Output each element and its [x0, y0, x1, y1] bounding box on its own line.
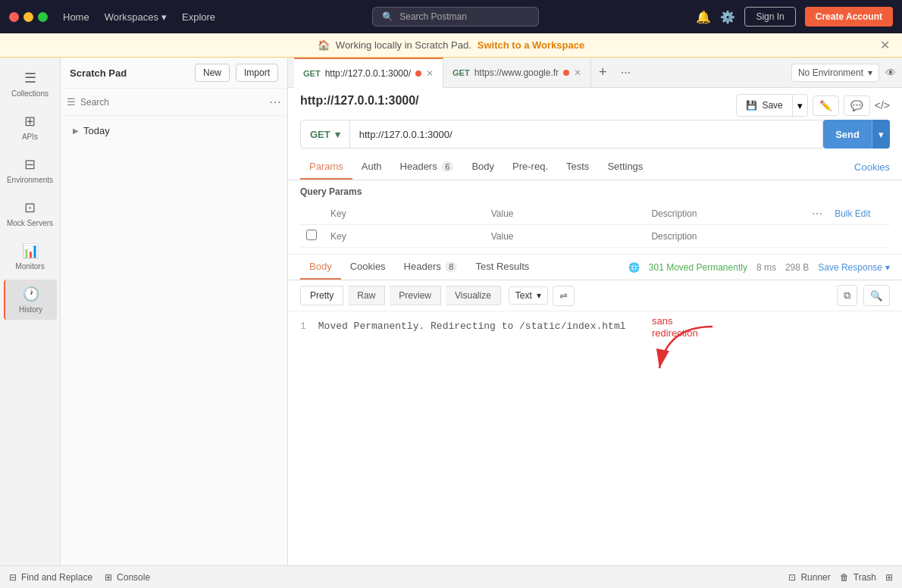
banner-close-icon[interactable]: ✕ [880, 38, 890, 52]
sidebar-item-apis[interactable]: ⊞ APIs [4, 107, 57, 147]
desc-header: Description [645, 203, 806, 225]
copy-response-button[interactable]: ⧉ [837, 285, 857, 306]
tab-body[interactable]: Body [462, 155, 503, 180]
bulk-edit-button[interactable]: Bulk Edit [835, 208, 870, 219]
console-button[interactable]: ⊞ Console [105, 572, 150, 583]
today-label: Today [83, 125, 110, 136]
desc-input[interactable] [651, 231, 800, 242]
sidebar: ☰ Collections ⊞ APIs ⊟ Environments ⊡ Mo… [0, 58, 61, 565]
key-input[interactable] [330, 231, 479, 242]
edit-icon-button[interactable]: ✏️ [813, 95, 839, 116]
sidebar-item-environments[interactable]: ⊟ Environments [4, 150, 57, 190]
today-group[interactable]: ▶ Today [67, 122, 281, 139]
response-body: 1 Moved Permanently. Redirecting to /sta… [288, 311, 902, 565]
tab-unsaved-dot [563, 70, 569, 76]
params-table: Key Value Description ⋯ Bulk Edit [300, 203, 890, 248]
sidebar-item-history[interactable]: 🕐 History [4, 280, 57, 320]
resp-tab-cookies[interactable]: Cookies [341, 255, 395, 280]
pretty-button[interactable]: Pretty [300, 286, 343, 305]
sidebar-item-label: Environments [7, 176, 53, 184]
topbar: Home Workspaces ▾ Explore 🔍 Search Postm… [0, 0, 902, 33]
runner-button[interactable]: ⊡ Runner [788, 572, 830, 583]
panel-more-icon[interactable]: ⋯ [269, 95, 281, 109]
sidebar-item-label: History [19, 305, 42, 314]
chevron-down-icon: ▾ [885, 262, 890, 273]
layout-toggle-button[interactable]: ⊞ [885, 572, 893, 583]
tab-0[interactable]: GET http://127.0.0.1:3000/ ✕ [294, 58, 443, 88]
chevron-down-icon: ▾ [335, 129, 340, 140]
close-button[interactable] [9, 12, 19, 22]
signin-button[interactable]: Sign In [744, 7, 795, 27]
request-tabs: Params Auth Headers 6 Body Pre-req. Test… [288, 155, 902, 180]
tab-params[interactable]: Params [300, 155, 352, 180]
explore-nav-link[interactable]: Explore [182, 11, 215, 23]
method-selector[interactable]: GET ▾ [300, 120, 350, 149]
sidebar-item-collections[interactable]: ☰ Collections [4, 64, 57, 104]
home-nav-link[interactable]: Home [63, 11, 89, 23]
tabs-overflow-button[interactable]: ⋯ [615, 67, 637, 78]
layout-icon: ⊞ [885, 572, 893, 583]
sidebar-item-monitors[interactable]: 📊 Monitors [4, 236, 57, 277]
line-number: 1 [300, 321, 306, 332]
tab-close-icon[interactable]: ✕ [574, 67, 581, 78]
workspaces-chevron-icon: ▾ [161, 11, 167, 23]
trash-button[interactable]: 🗑 Trash [840, 572, 876, 583]
sidebar-item-mock-servers[interactable]: ⊡ Mock Servers [4, 193, 57, 233]
value-input[interactable] [491, 231, 640, 242]
switch-workspace-link[interactable]: Switch to a Workspace [478, 39, 584, 51]
response-tabs: Body Cookies Headers 8 Test Results 🌐 30… [288, 255, 902, 280]
panel-actions: New Import [195, 64, 278, 82]
search-input[interactable] [80, 97, 269, 108]
tab-settings[interactable]: Settings [598, 155, 652, 180]
save-response-button[interactable]: Save Response ▾ [818, 262, 890, 273]
comment-icon-button[interactable]: 💬 [844, 95, 870, 116]
bottombar-right: ⊡ Runner 🗑 Trash ⊞ [788, 572, 893, 583]
cookies-link[interactable]: Cookies [854, 161, 890, 173]
settings-icon[interactable]: ⚙️ [720, 10, 735, 24]
environment-label: No Environment [798, 67, 863, 78]
import-button[interactable]: Import [236, 64, 278, 82]
key-header: Key [324, 203, 485, 225]
save-dropdown-button[interactable]: ▾ [793, 94, 808, 117]
params-more-icon[interactable]: ⋯ [812, 208, 822, 220]
preview-button[interactable]: Preview [390, 286, 441, 305]
panel-content: ▶ Today [61, 116, 287, 565]
save-button[interactable]: 💾 Save [736, 94, 792, 117]
code-snippet-icon[interactable]: </> [875, 99, 890, 111]
trash-icon: 🗑 [840, 572, 849, 583]
environment-settings-icon[interactable]: 👁 [885, 67, 896, 79]
tab-close-icon[interactable]: ✕ [426, 68, 434, 79]
visualize-button[interactable]: Visualize [446, 286, 501, 305]
new-button[interactable]: New [195, 64, 230, 82]
text-format-selector[interactable]: Text ▾ [509, 286, 548, 305]
new-tab-button[interactable]: + [591, 64, 615, 80]
tab-headers[interactable]: Headers 6 [391, 155, 463, 180]
globe-icon: 🌐 [628, 262, 640, 273]
search-input-area[interactable]: 🔍 Search Postman [372, 7, 539, 27]
tab-1[interactable]: GET https://www.google.fr ✕ [443, 58, 591, 88]
panel-header: Scratch Pad New Import [61, 58, 287, 89]
banner-icon: 🏠 [318, 39, 330, 51]
wrap-lines-button[interactable]: ⇌ [553, 286, 575, 306]
send-dropdown-button[interactable]: ▾ [872, 120, 890, 149]
raw-button[interactable]: Raw [348, 286, 385, 305]
environment-selector[interactable]: No Environment ▾ [791, 64, 879, 82]
row-checkbox[interactable] [306, 230, 317, 240]
find-replace-button[interactable]: ⊟ Find and Replace [9, 572, 92, 583]
create-account-button[interactable]: Create Account [805, 7, 893, 27]
minimize-button[interactable] [23, 12, 33, 22]
tab-tests[interactable]: Tests [557, 155, 598, 180]
resp-tab-body[interactable]: Body [300, 255, 341, 280]
maximize-button[interactable] [38, 12, 48, 22]
resp-tab-headers[interactable]: Headers 8 [395, 255, 467, 280]
url-input[interactable] [350, 120, 823, 149]
workspaces-nav-button[interactable]: Workspaces ▾ [105, 11, 167, 23]
search-response-button[interactable]: 🔍 [863, 285, 890, 306]
resp-tab-test-results[interactable]: Test Results [466, 255, 538, 280]
send-button[interactable]: Send [823, 120, 872, 149]
response-time: 8 ms [756, 262, 776, 273]
tab-auth[interactable]: Auth [352, 155, 391, 180]
find-replace-icon: ⊟ [9, 572, 17, 583]
tab-prereq[interactable]: Pre-req. [503, 155, 557, 180]
notifications-icon[interactable]: 🔔 [696, 10, 711, 24]
